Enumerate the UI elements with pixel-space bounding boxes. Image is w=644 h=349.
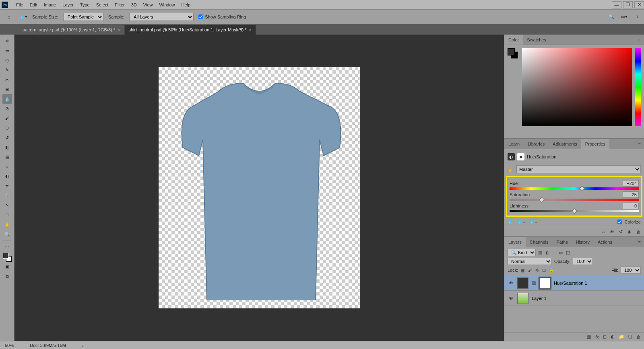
layer-thumbnail[interactable]	[517, 277, 528, 289]
menu-view[interactable]: View	[140, 2, 156, 7]
colorize-checkbox[interactable]	[617, 220, 622, 224]
reset-icon[interactable]: ↺	[619, 229, 623, 234]
eyedropper-tool-icon[interactable]: 💧▾	[19, 14, 27, 19]
window-minimize-button[interactable]: —	[612, 1, 621, 8]
layer-mask-icon[interactable]: ◻	[603, 334, 607, 339]
filter-pixel-icon[interactable]: ▦	[538, 250, 542, 255]
blur-tool[interactable]: ○	[2, 162, 12, 171]
layer-mask-thumbnail[interactable]	[539, 277, 551, 289]
layer-name[interactable]: Hue/Saturation 1	[554, 281, 587, 285]
window-maximize-button[interactable]: ❐	[623, 1, 633, 8]
share-icon[interactable]: ⇪	[634, 13, 641, 21]
clip-to-layer-icon[interactable]: ⎃	[602, 230, 605, 234]
adjustments-panel-tab[interactable]: Adjustments	[549, 139, 581, 149]
edit-toolbar-icon[interactable]: ⋯	[2, 242, 12, 251]
eraser-tool[interactable]: ◧	[2, 142, 12, 152]
layer-visibility-icon[interactable]: 👁	[508, 281, 514, 285]
rectangle-tool[interactable]: □	[2, 210, 12, 220]
filter-smart-icon[interactable]: ◫	[566, 250, 570, 255]
status-arrow-icon[interactable]: ›	[82, 343, 84, 348]
hue-strip-picker[interactable]	[635, 48, 641, 126]
menu-file[interactable]: File	[13, 2, 27, 7]
hue-slider[interactable]	[510, 187, 639, 190]
color-swatches-tool[interactable]	[3, 253, 12, 262]
document-canvas[interactable]	[159, 67, 360, 308]
panel-menu-icon[interactable]: ≡	[638, 142, 644, 146]
workspace-switcher-icon[interactable]: ▭▾	[621, 13, 628, 21]
paths-panel-tab[interactable]: Paths	[553, 237, 572, 247]
panel-menu-icon[interactable]: ≡	[638, 240, 644, 244]
filter-shape-icon[interactable]: ▭	[559, 250, 563, 255]
menu-help[interactable]: Help	[178, 2, 194, 7]
layer-row[interactable]: 👁 Layer 1	[504, 291, 644, 306]
lock-transparency-icon[interactable]: ▦	[520, 268, 524, 273]
color-field-picker[interactable]	[522, 48, 632, 126]
window-close-button[interactable]: ✕	[634, 1, 644, 8]
gradient-tool[interactable]: ▦	[2, 152, 12, 162]
hand-tool[interactable]: ✋	[2, 220, 12, 229]
show-sampling-ring-checkbox[interactable]: Show Sampling Ring	[198, 14, 246, 19]
menu-select[interactable]: Select	[93, 2, 112, 7]
filter-type-icon[interactable]: T	[553, 250, 555, 255]
menu-filter[interactable]: Filter	[111, 2, 128, 7]
menu-edit[interactable]: Edit	[27, 2, 41, 7]
path-select-tool[interactable]: ↖	[2, 200, 12, 210]
canvas-area[interactable]	[14, 35, 504, 341]
channel-preset-select[interactable]: Master	[516, 165, 641, 173]
eyedropper-icon[interactable]: 💧	[508, 219, 513, 224]
sample-size-select[interactable]: Point Sample	[63, 13, 103, 21]
close-tab-icon[interactable]: ×	[118, 27, 120, 32]
eyedropper-add-icon[interactable]: 💧₊	[517, 219, 525, 224]
healing-brush-tool[interactable]: ⊘	[2, 104, 12, 113]
hue-value-input[interactable]: +204	[623, 180, 639, 187]
zoom-level[interactable]: 50%	[5, 343, 14, 348]
document-tab[interactable]: shirt_neutral.psd @ 50% (Hue/Saturation …	[125, 25, 256, 35]
document-tab[interactable]: pattern_argyle.psd @ 100% (Layer 1, RGB/…	[19, 25, 125, 35]
lock-position-icon[interactable]: ✥	[535, 268, 539, 273]
menu-window[interactable]: Window	[156, 2, 178, 7]
frame-tool[interactable]: ⊞	[2, 84, 12, 94]
clone-stamp-tool[interactable]: ⊕	[2, 123, 12, 133]
pen-tool[interactable]: ✒	[2, 181, 12, 191]
new-layer-icon[interactable]: ❏	[628, 334, 632, 339]
actions-panel-tab[interactable]: Actions	[594, 237, 616, 247]
link-icon[interactable]: ⛓	[532, 281, 536, 285]
lock-image-icon[interactable]: 🖌	[528, 268, 532, 273]
blend-mode-select[interactable]: Normal	[508, 258, 552, 265]
fill-select[interactable]: 100%	[621, 267, 641, 274]
saturation-value-input[interactable]: 25	[623, 191, 639, 198]
layer-name[interactable]: Layer 1	[532, 296, 547, 301]
close-tab-icon[interactable]: ×	[249, 27, 252, 32]
link-layers-icon[interactable]: ⛓	[587, 335, 591, 339]
search-icon[interactable]: 🔍	[608, 13, 615, 21]
layer-thumbnail[interactable]	[517, 293, 528, 304]
delete-adjustment-icon[interactable]: 🗑	[636, 230, 641, 234]
type-tool[interactable]: T	[2, 191, 12, 200]
saturation-slider[interactable]	[510, 199, 639, 201]
home-button[interactable]: ⌂	[3, 12, 14, 22]
eyedropper-tool[interactable]: 💧	[2, 94, 12, 104]
dodge-tool[interactable]: ◐	[2, 171, 12, 181]
layer-visibility-icon[interactable]: 👁	[508, 296, 514, 301]
lightness-value-input[interactable]: 0	[623, 203, 639, 209]
layers-panel-tab[interactable]: Layers	[504, 237, 526, 247]
zoom-tool[interactable]: 🔍	[2, 229, 12, 239]
menu-layer[interactable]: Layer	[59, 2, 77, 7]
quick-mask-icon[interactable]: ▣	[2, 262, 12, 271]
filter-adjustment-icon[interactable]: ◐	[545, 250, 549, 255]
channels-panel-tab[interactable]: Channels	[526, 237, 552, 247]
learn-panel-tab[interactable]: Learn	[504, 139, 524, 149]
move-tool[interactable]: ✥	[2, 36, 12, 46]
swatches-panel-tab[interactable]: Swatches	[523, 35, 550, 45]
group-icon[interactable]: 📁	[619, 334, 624, 339]
view-previous-icon[interactable]: ◉	[627, 229, 632, 234]
layer-style-icon[interactable]: fx	[595, 335, 599, 339]
layer-filter-kind-select[interactable]: 🔍 Kind	[508, 249, 536, 256]
screen-mode-icon[interactable]: ⧉	[2, 271, 12, 281]
foreground-background-swatch[interactable]	[508, 48, 519, 60]
panel-menu-icon[interactable]: ≡	[638, 37, 644, 42]
quick-select-tool[interactable]: ✎	[2, 65, 12, 75]
lock-artboard-icon[interactable]: ⊡	[542, 268, 546, 273]
delete-layer-icon[interactable]: 🗑	[636, 335, 641, 339]
opacity-select[interactable]: 100%	[573, 258, 593, 265]
